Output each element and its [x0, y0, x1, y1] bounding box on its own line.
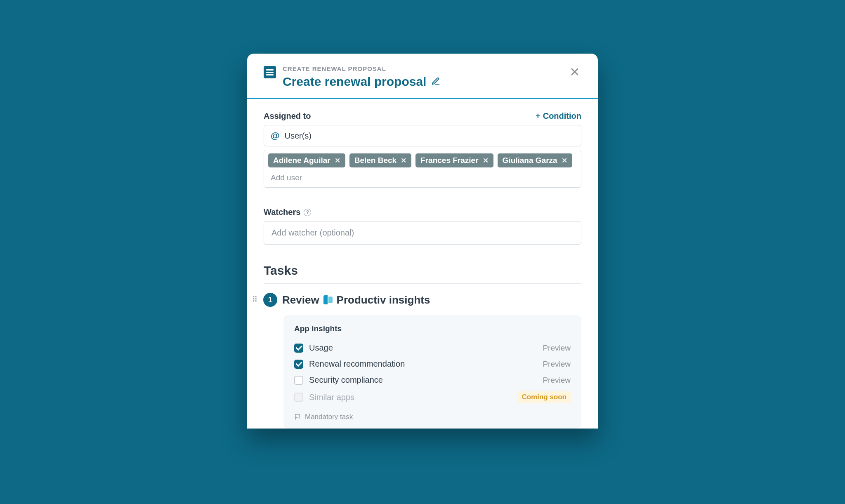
insight-label: Security compliance [309, 375, 383, 385]
insight-row-security: Security compliance Preview [294, 372, 571, 388]
preview-link[interactable]: Preview [543, 360, 571, 369]
dialog-eyebrow: CREATE RENEWAL PROPOSAL [283, 65, 568, 72]
help-icon[interactable]: ? [304, 209, 311, 216]
user-chip-label: Belen Beck [354, 156, 397, 165]
user-chip-label: Adilene Aguilar [273, 156, 330, 165]
dialog-title-text: Create renewal proposal [283, 75, 426, 89]
user-chip-label: Frances Frazier [420, 156, 478, 165]
user-chip[interactable]: Belen Beck ✕ [349, 153, 411, 167]
watchers-section: Watchers ? [264, 207, 581, 245]
usage-checkbox[interactable] [294, 344, 303, 353]
app-insights-title: App insights [294, 324, 571, 333]
watchers-label-text: Watchers [264, 207, 300, 217]
app-insights-card: App insights Usage Preview Renewal recom… [283, 315, 581, 429]
edit-icon[interactable] [431, 75, 440, 89]
drag-handle-icon[interactable]: ⠿ [252, 297, 258, 303]
insight-row-renewal: Renewal recommendation Preview [294, 356, 571, 372]
insight-row-usage: Usage Preview [294, 340, 571, 356]
insight-label: Similar apps [309, 393, 354, 402]
user-chip[interactable]: Giuliana Garza ✕ [498, 153, 572, 167]
assigned-users-box[interactable]: Adilene Aguilar ✕ Belen Beck ✕ Frances F… [264, 150, 581, 188]
coming-soon-badge: Coming soon [517, 391, 571, 403]
security-checkbox[interactable] [294, 376, 303, 385]
remove-chip-icon[interactable]: ✕ [335, 156, 340, 165]
preview-link[interactable]: Preview [543, 344, 571, 353]
create-renewal-dialog: CREATE RENEWAL PROPOSAL Create renewal p… [247, 54, 598, 429]
remove-chip-icon[interactable]: ✕ [483, 156, 489, 165]
insight-row-similar: Similar apps Coming soon [294, 388, 571, 406]
task-title: Review Productiv insights [282, 294, 430, 306]
productiv-icon [323, 295, 333, 304]
preview-link[interactable]: Preview [543, 376, 571, 385]
condition-label: Condition [543, 111, 581, 121]
user-chip-label: Giuliana Garza [503, 156, 557, 165]
insight-label: Renewal recommendation [309, 359, 405, 369]
dialog-title: Create renewal proposal [283, 75, 568, 89]
user-chip[interactable]: Adilene Aguilar ✕ [268, 153, 345, 167]
document-icon [264, 66, 276, 78]
flag-icon [294, 414, 301, 420]
watchers-input[interactable] [264, 221, 581, 245]
mandatory-task-label: Mandatory task [305, 413, 353, 421]
assignee-type-select[interactable]: @ User(s) [264, 125, 581, 146]
user-chip[interactable]: Frances Frazier ✕ [415, 153, 493, 167]
close-button[interactable] [568, 65, 581, 80]
watchers-label: Watchers ? [264, 207, 581, 217]
task-number-badge: 1 [263, 293, 277, 307]
assigned-header-row: Assigned to + Condition [264, 111, 581, 121]
at-icon: @ [271, 130, 279, 141]
task-item: ⠿ 1 Review Productiv insights [252, 293, 581, 307]
insight-label: Usage [309, 343, 333, 353]
task-title-prefix: Review [282, 294, 319, 306]
similar-apps-checkbox [294, 393, 303, 402]
mandatory-task-row[interactable]: Mandatory task [294, 413, 571, 421]
dialog-body: Assigned to + Condition @ User(s) Adilen… [247, 99, 598, 429]
add-condition-button[interactable]: + Condition [536, 111, 581, 121]
remove-chip-icon[interactable]: ✕ [562, 156, 567, 165]
tasks-heading: Tasks [264, 264, 581, 284]
assigned-label: Assigned to [264, 111, 311, 121]
plus-icon: + [536, 111, 541, 121]
task-title-suffix: Productiv insights [337, 294, 430, 306]
assignee-type-value: User(s) [284, 131, 312, 141]
remove-chip-icon[interactable]: ✕ [401, 156, 406, 165]
renewal-checkbox[interactable] [294, 360, 303, 369]
dialog-header: CREATE RENEWAL PROPOSAL Create renewal p… [247, 54, 598, 99]
add-user-placeholder[interactable]: Add user [268, 172, 304, 184]
